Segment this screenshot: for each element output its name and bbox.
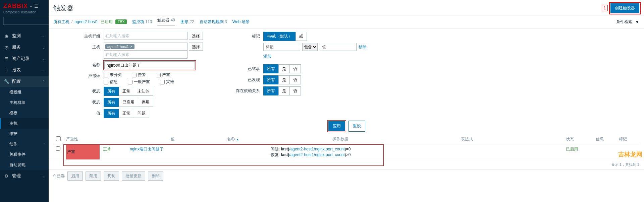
col-status[interactable]: 状态 [563, 134, 593, 144]
host-chip: agent2-host1× [105, 44, 135, 49]
deps-no[interactable]: 否 [289, 86, 301, 95]
label-hostgroups: 主机群组 [53, 32, 104, 39]
btn-delete[interactable]: 删除 [148, 172, 163, 181]
subnav-templates[interactable]: 模板 [0, 108, 49, 118]
hostgroups-input[interactable] [105, 33, 186, 38]
info-cell [593, 144, 616, 160]
sev-warning[interactable]: 告警 [132, 72, 146, 78]
subnav-discovery[interactable]: 自动发现 [0, 160, 49, 170]
name-input[interactable] [104, 61, 195, 69]
tag-op-select[interactable]: 包含 [302, 43, 318, 51]
menu-icon[interactable]: ☰ [34, 4, 38, 9]
inherited-no[interactable]: 否 [289, 64, 301, 73]
chevron-down-icon: ⌄ [42, 174, 45, 178]
create-trigger-button[interactable]: 创建触发器 [610, 3, 639, 13]
sev-unclassified[interactable]: 未分类 [104, 72, 122, 78]
tab-triggers[interactable]: 触发器 49 [157, 17, 175, 26]
label-tags: 标记 [230, 32, 263, 39]
nav-inventory[interactable]: ☰资产记录⌄ [0, 53, 49, 64]
crumb-host[interactable]: agent2-host1 [74, 19, 98, 24]
subnav-events[interactable]: 关联事件 [0, 149, 49, 160]
status-enabled[interactable]: 已启用 [119, 98, 138, 107]
hosts-multiselect[interactable]: agent2-host1× [104, 43, 187, 51]
inherited-yes[interactable]: 是 [278, 64, 290, 73]
chevron-down-icon: ⌄ [42, 68, 45, 72]
severity-cell: 严重 [66, 144, 100, 159]
expr-cell: 问题: last(/agent2-host1/nginx.port_count)… [268, 144, 563, 160]
nav-monitor[interactable]: ◉监测⌄ [0, 30, 49, 42]
deps-yes[interactable]: 是 [278, 86, 290, 95]
tab-web[interactable]: Web 场景 [232, 19, 250, 25]
nav-config[interactable]: 🔧配置⌃ [0, 76, 49, 87]
hostgroups-select-button[interactable]: 选择 [189, 32, 203, 40]
hostgroups-multiselect[interactable] [104, 32, 187, 40]
discovered-group: 所有 是 否 [263, 75, 301, 84]
deps-all[interactable]: 所有 [263, 86, 279, 95]
inherited-all[interactable]: 所有 [263, 64, 279, 73]
sev-high[interactable]: 严重 [156, 72, 170, 78]
subnav-host-groups[interactable]: 主机群组 [0, 97, 49, 108]
status-disabled[interactable]: 停用 [138, 98, 153, 107]
hosts-input[interactable] [105, 52, 186, 57]
col-opdata: 操作数据 [330, 134, 459, 144]
discovered-yes[interactable]: 是 [278, 75, 290, 84]
wrench-icon: 🔧 [4, 79, 9, 84]
value-problem[interactable]: 问题 [134, 109, 149, 118]
value-ok[interactable]: 正常 [119, 109, 134, 118]
tag-value-input[interactable] [320, 43, 357, 51]
hosts-select-button[interactable]: 选择 [189, 43, 203, 51]
subnav-maintenance[interactable]: 维护 [0, 129, 49, 139]
row-checkbox[interactable] [56, 146, 60, 151]
filter-toggle[interactable]: 条件检索 ▼ [616, 19, 639, 25]
nav-services[interactable]: ◷服务⌄ [0, 42, 49, 53]
collapse-icon[interactable]: « [30, 4, 32, 9]
brand-logo: ZABBIX [3, 3, 28, 10]
status-all[interactable]: 所有 [104, 98, 119, 107]
subnav-hosts[interactable]: 主机 [0, 118, 49, 129]
btn-massupdate[interactable]: 批量更新 [122, 172, 145, 181]
state-all[interactable]: 所有 [104, 87, 119, 96]
sev-average[interactable]: 一般严重 [128, 79, 150, 85]
trigger-name-link[interactable]: nginx端口出问题了 [130, 147, 164, 151]
tags-or[interactable]: 或 [296, 32, 307, 41]
select-all-checkbox[interactable] [56, 136, 61, 141]
tag-add-link[interactable]: 添加 [263, 54, 271, 59]
tag-name-input[interactable] [263, 43, 300, 51]
filter-reset-button[interactable]: 重设 [348, 121, 365, 132]
label-deps: 存在依赖关系 [230, 86, 263, 94]
subnav-actions[interactable]: 动作› [0, 139, 49, 149]
nav-admin[interactable]: ⚙管理⌄ [0, 170, 49, 182]
tab-items[interactable]: 监控项 113 [132, 19, 152, 25]
tab-discovery[interactable]: 自动发现规则 3 [200, 19, 227, 25]
btn-enable[interactable]: 启用 [67, 172, 83, 181]
gauge-icon: ◷ [4, 45, 9, 50]
btn-disable[interactable]: 禁用 [86, 172, 101, 181]
col-value[interactable]: 值 [168, 134, 224, 144]
col-info: 信息 [593, 134, 616, 144]
status-cell[interactable]: 已启用 [566, 147, 578, 151]
discovered-all[interactable]: 所有 [263, 75, 279, 84]
col-expr: 表达式 [458, 134, 563, 144]
sub-header: 所有主机 / agent2-host1 已启用 ZBX 监控项 113 触发器 … [49, 15, 644, 28]
crumb-all-hosts[interactable]: 所有主机 [53, 19, 69, 25]
value-all[interactable]: 所有 [104, 109, 119, 118]
bottom-actions: 0 已选 启用 禁用 复制 批量更新 删除 [49, 169, 644, 183]
chevron-down-icon: ⌄ [42, 34, 45, 38]
subnav-template-groups[interactable]: 模板组 [0, 87, 49, 97]
tab-graphs[interactable]: 图形 22 [180, 19, 194, 25]
tags-andor[interactable]: 与/或（默认） [263, 32, 296, 41]
sev-disaster[interactable]: 灾难 [160, 79, 174, 85]
state-normal[interactable]: 正常 [119, 87, 134, 96]
tag-remove-link[interactable]: 移除 [359, 44, 367, 50]
sev-info[interactable]: 信息 [104, 79, 118, 85]
chip-remove-icon[interactable]: × [130, 45, 132, 49]
btn-copy[interactable]: 复制 [104, 172, 119, 181]
state-unknown[interactable]: 未知的 [134, 87, 153, 96]
filter-apply-button[interactable]: 应用 [328, 121, 345, 131]
nav-reports[interactable]: ▯报表⌄ [0, 64, 49, 76]
col-severity[interactable]: 严重性 [63, 134, 168, 144]
discovered-no[interactable]: 否 [289, 75, 301, 84]
sort-asc-icon: ▲ [236, 138, 239, 141]
col-name[interactable]: 名称 ▲ [224, 134, 330, 144]
hosts-multiselect-line2[interactable] [104, 51, 187, 59]
